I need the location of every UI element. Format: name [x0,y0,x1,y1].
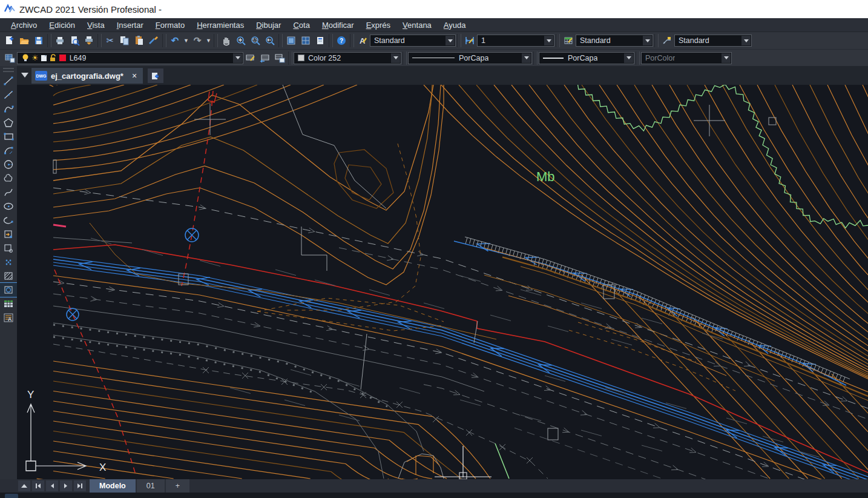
tool-ellipse-arc-button[interactable] [0,213,17,227]
preview-button[interactable] [67,33,82,48]
text-style-combo-dropdown-icon[interactable] [446,36,455,45]
tool-arc-button[interactable] [0,144,17,158]
first-tab-button[interactable] [32,480,44,491]
toolbar-separator [162,34,166,47]
tool-polygon-button[interactable] [0,116,17,130]
menu-ayuda[interactable]: Ayuda [438,19,472,31]
color-combo-dropdown-icon[interactable] [391,53,400,63]
plotstyle-combo-dropdown-icon[interactable] [722,53,731,63]
tool-mtext-button[interactable]: A [0,311,17,325]
tool-circle-button[interactable] [0,158,17,171]
next-tab-button[interactable] [60,480,72,491]
tool-spline-button[interactable] [0,185,17,199]
dim-style-icon-button[interactable] [462,33,477,48]
table-style-icon-button[interactable] [561,33,576,48]
linetype-combo-dropdown-icon[interactable] [522,53,531,63]
prev-tab-button[interactable] [46,480,58,491]
paste-button[interactable] [132,33,146,48]
toolbar-separator [47,34,51,47]
new-button[interactable] [2,33,17,48]
pan-button[interactable] [219,33,234,48]
table-style-combo-dropdown-icon[interactable] [643,36,652,45]
matchprop-button[interactable] [146,33,161,48]
tool-hatch-button[interactable] [0,269,17,283]
lineweight-combo-dropdown-icon[interactable] [624,53,633,63]
mleader-style-combo-dropdown-icon[interactable] [741,36,751,45]
redo-dropdown-button[interactable]: ▼ [205,33,212,48]
menu-formato[interactable]: Formato [150,19,191,31]
tool-table-button[interactable] [0,297,17,311]
cut-button[interactable]: ✂ [103,33,117,48]
tool-xline-button[interactable] [0,88,17,102]
named-views-button[interactable] [313,33,327,48]
tab-close-icon[interactable]: × [132,71,137,81]
tool-rectangle-button[interactable] [0,130,17,144]
menu-archivo[interactable]: Archivo [5,19,43,31]
text-style-combo[interactable]: Standard [370,35,456,47]
mleader-style-combo-value: Standard [679,36,709,45]
tool-region-button[interactable] [0,283,17,297]
dim-style-combo[interactable]: 1 [477,35,554,47]
copy-button[interactable] [117,33,132,48]
last-tab-button[interactable] [74,480,86,491]
linetype-combo[interactable]: PorCapa [408,52,532,64]
tool-line-button[interactable] [0,74,17,88]
layer-combo-dropdown-icon[interactable] [233,53,242,63]
toolbar-properties: ☀L649Color 252PorCapaPorCapaPorColor [0,49,868,66]
plot-button[interactable] [53,33,67,48]
tool-polyline-button[interactable] [0,102,17,116]
tab-list-dropdown[interactable] [19,68,30,82]
publish-button[interactable] [82,33,96,48]
plotstyle-combo[interactable]: PorColor [641,52,732,64]
lineweight-combo[interactable]: PorCapa [539,52,634,64]
tool-insert-block-button[interactable] [0,227,17,241]
toolbar-separator [654,34,659,47]
zoom-realtime-button[interactable] [234,33,248,48]
tool-make-block-button[interactable] [0,241,17,255]
help-button[interactable]: ? [334,33,349,48]
layer-states-button[interactable] [272,51,287,65]
layer-combo[interactable]: ☀L649 [17,52,243,64]
menu-modificar[interactable]: Modificar [316,19,360,31]
table-style-combo[interactable]: Standard [576,35,653,47]
mleader-style-combo[interactable]: Standard [674,35,752,47]
make-layer-current-button[interactable] [243,51,258,65]
viewport-multi-button[interactable] [298,33,313,48]
zoom-window-button[interactable] [248,33,263,48]
zoom-previous-button[interactable] [263,33,277,48]
tool-point-button[interactable] [0,255,17,269]
dim-style-combo-dropdown-icon[interactable] [544,36,553,45]
menu-insertar[interactable]: Insertar [111,19,150,31]
undo-dropdown-button[interactable]: ▼ [182,33,190,48]
tool-revcloud-button[interactable] [0,171,17,185]
viewport-single-button[interactable] [284,33,298,48]
menu-cota[interactable]: Cota [287,19,315,31]
document-tab[interactable]: DWG ej_cartografia.dwg* × [31,68,143,84]
tab-layout-01[interactable]: 01 [137,479,165,493]
new-tab-button[interactable] [148,68,163,83]
command-window-icon [5,494,18,498]
drawing-canvas[interactable]: MbXY [17,85,868,479]
menu-dibujar[interactable]: Dibujar [250,19,287,31]
tool-ellipse-button[interactable] [0,199,17,213]
menu-exprés[interactable]: Exprés [360,19,396,31]
tab-add-layout[interactable]: + [166,479,189,493]
dim-style-combo-value: 1 [481,36,485,45]
menu-edición[interactable]: Edición [43,19,81,31]
tab-model[interactable]: Modelo [90,479,136,493]
undo-button[interactable]: ↶ [168,33,182,48]
toolbar-separator [278,34,283,47]
linetype-sample [412,58,455,58]
save-button[interactable] [31,33,46,48]
open-button[interactable] [17,33,31,48]
layer-properties-button[interactable] [2,51,17,65]
expand-tabs-button[interactable] [18,480,30,491]
menu-herramientas[interactable]: Herramientas [191,19,250,31]
menu-ventana[interactable]: Ventana [396,19,438,31]
redo-button[interactable]: ↷ [190,33,205,48]
text-style-icon-button[interactable]: A [355,33,370,48]
menu-vista[interactable]: Vista [81,19,111,31]
mleader-style-icon-button[interactable] [660,33,674,48]
color-combo[interactable]: Color 252 [294,52,401,64]
layer-previous-button[interactable] [258,51,272,65]
